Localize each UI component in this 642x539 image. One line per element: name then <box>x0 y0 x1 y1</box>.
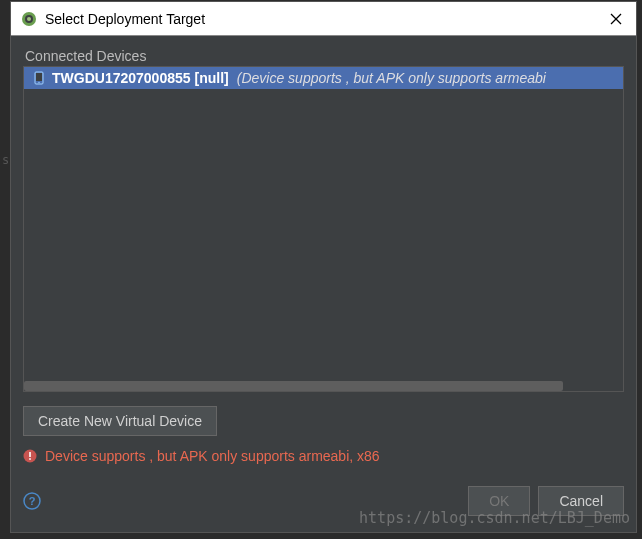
connected-devices-label: Connected Devices <box>23 48 624 64</box>
bottom-area: Create New Virtual Device Device support… <box>23 392 624 520</box>
horizontal-scrollbar[interactable] <box>24 381 623 391</box>
svg-text:?: ? <box>29 495 36 507</box>
android-studio-icon <box>21 11 37 27</box>
help-icon[interactable]: ? <box>23 492 41 510</box>
error-icon <box>23 449 37 463</box>
error-row: Device supports , but APK only supports … <box>23 448 624 464</box>
svg-point-7 <box>38 82 39 83</box>
svg-point-2 <box>27 17 31 21</box>
dialog-footer: ? OK Cancel <box>23 486 624 520</box>
deployment-target-dialog: Select Deployment Target Connected Devic… <box>10 1 637 533</box>
device-item[interactable]: TWGDU17207000855 [null] (Device supports… <box>24 67 623 89</box>
scrollbar-thumb[interactable] <box>24 381 563 391</box>
device-message: (Device supports , but APK only supports… <box>237 70 546 86</box>
svg-rect-10 <box>29 458 31 460</box>
device-name: TWGDU17207000855 <box>52 70 191 86</box>
cancel-button[interactable]: Cancel <box>538 486 624 516</box>
svg-rect-6 <box>36 73 42 81</box>
error-text: Device supports , but APK only supports … <box>45 448 380 464</box>
device-null-label: [null] <box>195 70 229 86</box>
dialog-title: Select Deployment Target <box>45 11 606 27</box>
titlebar: Select Deployment Target <box>11 2 636 36</box>
phone-icon <box>32 71 46 85</box>
close-button[interactable] <box>606 9 626 29</box>
device-list[interactable]: TWGDU17207000855 [null] (Device supports… <box>23 66 624 392</box>
ok-button: OK <box>468 486 530 516</box>
create-virtual-device-button[interactable]: Create New Virtual Device <box>23 406 217 436</box>
dialog-content: Connected Devices TWGDU17207000855 [null… <box>11 36 636 532</box>
svg-rect-9 <box>29 452 31 457</box>
